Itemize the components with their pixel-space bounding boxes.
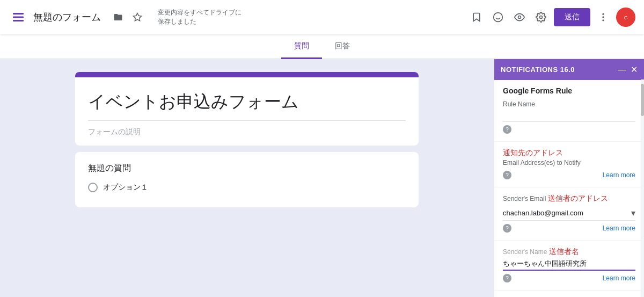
- svg-point-9: [602, 13, 604, 15]
- form-header-card: イベントお申込みフォーム フォームの説明: [75, 72, 419, 146]
- notifications-body: Google Forms Rule Rule Name ? 通知先のアドレス E…: [494, 80, 644, 297]
- sender-email-section: Sender's Email 送信者のアドレス chachan.labo@gma…: [494, 187, 644, 241]
- form-title: 無題のフォーム: [33, 11, 101, 24]
- option-label-1: オプション１: [103, 183, 148, 192]
- svg-point-7: [518, 16, 521, 19]
- svg-marker-3: [134, 13, 142, 21]
- rule-name-label: Rule Name: [503, 100, 635, 108]
- rule-name-help-row: ?: [503, 125, 635, 134]
- radio-circle-1[interactable]: [88, 183, 98, 192]
- tabs-bar: 質問 回答: [0, 34, 644, 59]
- form-description-placeholder[interactable]: フォームの説明: [88, 120, 406, 137]
- main-content: イベントお申込みフォーム フォームの説明 無題の質問 オプション１ NOTIFI…: [0, 59, 644, 297]
- svg-rect-0: [13, 13, 24, 15]
- minimize-button[interactable]: —: [618, 65, 626, 75]
- avatar[interactable]: C: [616, 8, 635, 27]
- form-area: イベントお申込みフォーム フォームの説明 無題の質問 オプション１: [0, 59, 494, 297]
- question-content: 無題の質問 オプション１: [75, 152, 419, 207]
- sender-name-learn-more[interactable]: Learn more: [603, 274, 635, 282]
- sender-name-help-row: ? Learn more: [503, 274, 635, 282]
- topbar-icons: [109, 9, 146, 26]
- face-icon[interactable]: [489, 9, 507, 26]
- form-main-title: イベントお申込みフォーム: [88, 90, 406, 114]
- svg-rect-2: [13, 20, 24, 21]
- sender-email-field-label: Sender's Email: [503, 195, 546, 202]
- svg-text:C: C: [624, 15, 628, 20]
- svg-point-11: [602, 19, 604, 21]
- email-sublabel: Email Address(es) to Notify: [503, 159, 635, 166]
- notifications-title: NOTIFICATIONS 16.0: [501, 66, 575, 74]
- tab-answer[interactable]: 回答: [322, 35, 363, 59]
- sender-learn-more[interactable]: Learn more: [603, 224, 635, 232]
- help-icon-4: ?: [503, 274, 511, 282]
- svg-point-8: [540, 16, 543, 19]
- email-address-section: 通知先のアドレス Email Address(es) to Notify ? L…: [494, 142, 644, 187]
- folder-icon[interactable]: [109, 9, 127, 26]
- email-learn-more[interactable]: Learn more: [603, 171, 635, 179]
- help-icon-3: ?: [503, 224, 511, 233]
- sender-email-dropdown[interactable]: chachan.labo@gmail.com ▾: [503, 206, 635, 221]
- help-icon-1: ?: [503, 125, 511, 134]
- svg-rect-1: [13, 17, 24, 18]
- save-status: 変更内容をすべてドライブに 保存しました: [158, 8, 241, 26]
- option-row-1: オプション１: [88, 183, 406, 192]
- rule-name-input[interactable]: [503, 109, 635, 122]
- google-forms-rule-section: Google Forms Rule Rule Name ?: [494, 80, 644, 142]
- svg-point-4: [494, 13, 503, 22]
- notifications-header: NOTIFICATIONS 16.0 — ✕: [494, 59, 644, 80]
- google-forms-rule-title: Google Forms Rule: [503, 86, 635, 95]
- sender-name-field-label: Sender's Name: [503, 248, 547, 256]
- dropdown-arrow-icon: ▾: [631, 208, 635, 218]
- topbar: 無題のフォーム 変更内容をすべてドライブに 保存しました: [0, 0, 644, 34]
- sender-email-row: Sender's Email 送信者のアドレス: [503, 194, 635, 204]
- bookmark-icon[interactable]: [468, 9, 485, 26]
- svg-point-10: [602, 16, 604, 18]
- question-title: 無題の質問: [88, 163, 406, 174]
- question-card: 無題の質問 オプション１: [75, 152, 419, 207]
- scrollbar-thumb[interactable]: [641, 84, 644, 116]
- notifications-panel: NOTIFICATIONS 16.0 — ✕ Google Forms Rule…: [494, 59, 644, 297]
- more-options-icon[interactable]: [595, 9, 612, 26]
- notif-header-icons: — ✕: [618, 64, 638, 75]
- email-address-label: 通知先のアドレス: [503, 148, 635, 158]
- app-menu-icon[interactable]: [9, 8, 28, 27]
- close-button[interactable]: ✕: [631, 64, 638, 75]
- topbar-right: 送信 C: [468, 8, 635, 27]
- sender-name-label: 送信者名: [549, 247, 579, 257]
- send-button[interactable]: 送信: [554, 8, 590, 26]
- tab-question[interactable]: 質問: [281, 35, 322, 59]
- help-icon-2: ?: [503, 171, 511, 179]
- sender-email-value: chachan.labo@gmail.com: [503, 209, 583, 217]
- sender-help-row: ? Learn more: [503, 224, 635, 233]
- email-help-row: ? Learn more: [503, 171, 635, 179]
- sender-name-row: Sender's Name 送信者名: [503, 247, 635, 257]
- preview-icon[interactable]: [511, 9, 528, 26]
- sender-name-section: Sender's Name 送信者名 ちゃーちゃん中国語研究所 ? Learn …: [494, 241, 644, 291]
- scrollbar-track: [641, 79, 644, 297]
- sender-name-value: ちゃーちゃん中国語研究所: [503, 259, 635, 271]
- topbar-left: 無題のフォーム 変更内容をすべてドライブに 保存しました: [9, 8, 468, 27]
- sender-email-name-label: 送信者のアドレス: [548, 194, 608, 204]
- form-title-section: イベントお申込みフォーム フォームの説明: [75, 77, 419, 146]
- settings-icon[interactable]: [532, 9, 550, 26]
- star-icon[interactable]: [129, 9, 146, 26]
